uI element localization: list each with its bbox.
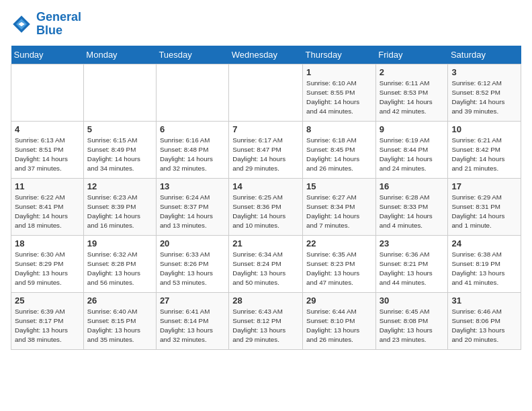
weekday-header-row: SundayMondayTuesdayWednesdayThursdayFrid… (11, 46, 521, 64)
day-info: Sunrise: 6:21 AM Sunset: 8:42 PM Dayligh… (451, 136, 517, 174)
day-info: Sunrise: 6:44 AM Sunset: 8:10 PM Dayligh… (306, 307, 372, 345)
day-number: 5 (87, 124, 152, 134)
day-number: 20 (160, 238, 225, 248)
day-info: Sunrise: 6:13 AM Sunset: 8:51 PM Dayligh… (15, 136, 80, 174)
day-info: Sunrise: 6:30 AM Sunset: 8:29 PM Dayligh… (15, 250, 80, 288)
day-info: Sunrise: 6:10 AM Sunset: 8:55 PM Dayligh… (306, 79, 372, 117)
day-number: 24 (451, 238, 517, 248)
day-info: Sunrise: 6:11 AM Sunset: 8:53 PM Dayligh… (380, 79, 445, 117)
calendar-cell (83, 64, 156, 121)
calendar-cell (11, 64, 84, 121)
calendar-cell: 2Sunrise: 6:11 AM Sunset: 8:53 PM Daylig… (375, 64, 448, 121)
calendar-cell: 24Sunrise: 6:38 AM Sunset: 8:19 PM Dayli… (448, 235, 521, 292)
calendar-cell: 3Sunrise: 6:12 AM Sunset: 8:52 PM Daylig… (448, 64, 521, 121)
day-info: Sunrise: 6:17 AM Sunset: 8:47 PM Dayligh… (232, 136, 299, 174)
day-number: 17 (451, 181, 517, 191)
day-info: Sunrise: 6:25 AM Sunset: 8:36 PM Dayligh… (232, 193, 299, 231)
page-header: General Blue (11, 11, 521, 38)
calendar-cell: 13Sunrise: 6:24 AM Sunset: 8:37 PM Dayli… (156, 178, 228, 235)
weekday-header-cell: Thursday (303, 46, 376, 64)
day-number: 11 (15, 181, 80, 191)
calendar-cell: 9Sunrise: 6:19 AM Sunset: 8:44 PM Daylig… (375, 121, 448, 178)
calendar-cell: 27Sunrise: 6:41 AM Sunset: 8:14 PM Dayli… (156, 292, 228, 349)
calendar-week-row: 25Sunrise: 6:39 AM Sunset: 8:17 PM Dayli… (11, 292, 521, 349)
day-number: 9 (380, 124, 445, 134)
day-info: Sunrise: 6:32 AM Sunset: 8:28 PM Dayligh… (87, 250, 152, 288)
calendar-week-row: 18Sunrise: 6:30 AM Sunset: 8:29 PM Dayli… (11, 235, 521, 292)
day-number: 26 (87, 295, 152, 306)
day-info: Sunrise: 6:40 AM Sunset: 8:15 PM Dayligh… (87, 307, 152, 345)
calendar-cell: 25Sunrise: 6:39 AM Sunset: 8:17 PM Dayli… (11, 292, 84, 349)
logo-icon (11, 13, 32, 35)
calendar-table: SundayMondayTuesdayWednesdayThursdayFrid… (11, 46, 521, 350)
day-number: 18 (15, 238, 80, 248)
day-number: 23 (380, 238, 445, 248)
weekday-header-cell: Wednesday (229, 46, 303, 64)
day-number: 29 (306, 295, 372, 306)
day-info: Sunrise: 6:33 AM Sunset: 8:26 PM Dayligh… (160, 250, 225, 288)
day-number: 27 (160, 295, 225, 306)
calendar-cell: 8Sunrise: 6:18 AM Sunset: 8:45 PM Daylig… (303, 121, 376, 178)
calendar-cell: 15Sunrise: 6:27 AM Sunset: 8:34 PM Dayli… (303, 178, 376, 235)
day-info: Sunrise: 6:39 AM Sunset: 8:17 PM Dayligh… (15, 307, 80, 345)
calendar-cell: 16Sunrise: 6:28 AM Sunset: 8:33 PM Dayli… (375, 178, 448, 235)
calendar-cell: 20Sunrise: 6:33 AM Sunset: 8:26 PM Dayli… (156, 235, 228, 292)
calendar-cell: 10Sunrise: 6:21 AM Sunset: 8:42 PM Dayli… (448, 121, 521, 178)
day-info: Sunrise: 6:43 AM Sunset: 8:12 PM Dayligh… (232, 307, 299, 345)
day-number: 30 (380, 295, 445, 306)
calendar-cell: 1Sunrise: 6:10 AM Sunset: 8:55 PM Daylig… (303, 64, 376, 121)
calendar-cell: 23Sunrise: 6:36 AM Sunset: 8:21 PM Dayli… (375, 235, 448, 292)
calendar-cell: 28Sunrise: 6:43 AM Sunset: 8:12 PM Dayli… (229, 292, 303, 349)
calendar-cell: 14Sunrise: 6:25 AM Sunset: 8:36 PM Dayli… (229, 178, 303, 235)
day-info: Sunrise: 6:46 AM Sunset: 8:06 PM Dayligh… (451, 307, 517, 345)
day-number: 22 (306, 238, 372, 248)
calendar-cell: 30Sunrise: 6:45 AM Sunset: 8:08 PM Dayli… (375, 292, 448, 349)
calendar-cell: 22Sunrise: 6:35 AM Sunset: 8:23 PM Dayli… (303, 235, 376, 292)
day-info: Sunrise: 6:34 AM Sunset: 8:24 PM Dayligh… (232, 250, 299, 288)
calendar-cell: 29Sunrise: 6:44 AM Sunset: 8:10 PM Dayli… (303, 292, 376, 349)
calendar-week-row: 11Sunrise: 6:22 AM Sunset: 8:41 PM Dayli… (11, 178, 521, 235)
day-number: 21 (232, 238, 299, 248)
day-info: Sunrise: 6:38 AM Sunset: 8:19 PM Dayligh… (451, 250, 517, 288)
weekday-header-cell: Monday (83, 46, 156, 64)
day-info: Sunrise: 6:18 AM Sunset: 8:45 PM Dayligh… (306, 136, 372, 174)
calendar-week-row: 4Sunrise: 6:13 AM Sunset: 8:51 PM Daylig… (11, 121, 521, 178)
calendar-cell: 5Sunrise: 6:15 AM Sunset: 8:49 PM Daylig… (83, 121, 156, 178)
calendar-cell: 11Sunrise: 6:22 AM Sunset: 8:41 PM Dayli… (11, 178, 84, 235)
day-info: Sunrise: 6:27 AM Sunset: 8:34 PM Dayligh… (306, 193, 372, 231)
logo: General Blue (11, 11, 81, 38)
day-number: 14 (232, 181, 299, 191)
day-number: 25 (15, 295, 80, 306)
day-info: Sunrise: 6:41 AM Sunset: 8:14 PM Dayligh… (160, 307, 225, 345)
calendar-cell: 7Sunrise: 6:17 AM Sunset: 8:47 PM Daylig… (229, 121, 303, 178)
day-info: Sunrise: 6:36 AM Sunset: 8:21 PM Dayligh… (380, 250, 445, 288)
day-info: Sunrise: 6:12 AM Sunset: 8:52 PM Dayligh… (451, 79, 517, 117)
calendar-week-row: 1Sunrise: 6:10 AM Sunset: 8:55 PM Daylig… (11, 64, 521, 121)
day-number: 19 (87, 238, 152, 248)
day-info: Sunrise: 6:28 AM Sunset: 8:33 PM Dayligh… (380, 193, 445, 231)
calendar-cell: 19Sunrise: 6:32 AM Sunset: 8:28 PM Dayli… (83, 235, 156, 292)
day-number: 3 (451, 67, 517, 77)
day-number: 16 (380, 181, 445, 191)
day-info: Sunrise: 6:29 AM Sunset: 8:31 PM Dayligh… (451, 193, 517, 231)
day-number: 1 (306, 67, 372, 77)
calendar-cell: 12Sunrise: 6:23 AM Sunset: 8:39 PM Dayli… (83, 178, 156, 235)
calendar-cell: 31Sunrise: 6:46 AM Sunset: 8:06 PM Dayli… (448, 292, 521, 349)
day-number: 2 (380, 67, 445, 77)
calendar-cell: 18Sunrise: 6:30 AM Sunset: 8:29 PM Dayli… (11, 235, 84, 292)
day-info: Sunrise: 6:45 AM Sunset: 8:08 PM Dayligh… (380, 307, 445, 345)
day-info: Sunrise: 6:35 AM Sunset: 8:23 PM Dayligh… (306, 250, 372, 288)
calendar-cell (156, 64, 228, 121)
calendar-body: 1Sunrise: 6:10 AM Sunset: 8:55 PM Daylig… (11, 64, 521, 349)
calendar-cell: 26Sunrise: 6:40 AM Sunset: 8:15 PM Dayli… (83, 292, 156, 349)
day-number: 12 (87, 181, 152, 191)
calendar-cell: 17Sunrise: 6:29 AM Sunset: 8:31 PM Dayli… (448, 178, 521, 235)
day-number: 13 (160, 181, 225, 191)
day-number: 7 (232, 124, 299, 134)
day-number: 8 (306, 124, 372, 134)
calendar-cell: 6Sunrise: 6:16 AM Sunset: 8:48 PM Daylig… (156, 121, 228, 178)
logo-text: General Blue (36, 11, 81, 38)
weekday-header-cell: Saturday (448, 46, 521, 64)
day-number: 28 (232, 295, 299, 306)
day-number: 6 (160, 124, 225, 134)
